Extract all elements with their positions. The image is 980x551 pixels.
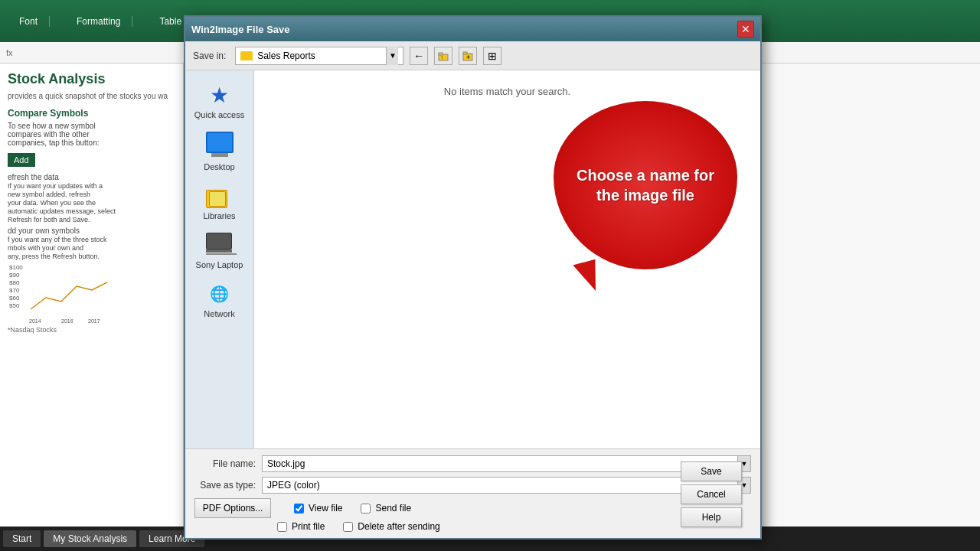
dialog-footer: Save Cancel Help File name: ▼ Save as ty…: [185, 448, 760, 538]
save-type-row: Save as type: ▼: [194, 477, 751, 494]
back-button[interactable]: ←: [410, 47, 428, 65]
dialog-toolbar: Save in: Sales Reports ▼ ← ↑ +: [185, 41, 760, 70]
ribbon-font: Font: [8, 16, 50, 27]
file-name-row: File name: ▼: [194, 455, 751, 472]
svg-text:2016: 2016: [61, 318, 74, 324]
view-file-label: View file: [309, 503, 342, 514]
mini-chart-area: $100 $90 $80 $70 $60 $50 2014 2016 2017: [8, 263, 175, 324]
send-file-label: Send file: [375, 503, 411, 514]
mini-chart-svg: $100 $90 $80 $70 $60 $50 2014 2016 2017: [8, 263, 107, 324]
pdf-options-button[interactable]: PDF Options...: [194, 498, 271, 518]
dialog-buttons: Save Cancel Help: [681, 461, 742, 527]
help-button[interactable]: Help: [681, 507, 742, 527]
network-label: Network: [204, 309, 234, 318]
app-title: Stock Analysis: [8, 71, 175, 87]
delete-after-checkbox[interactable]: [343, 522, 353, 532]
bubble-body: Choose a name for the image file: [554, 101, 737, 269]
no-items-message: No items match your search.: [444, 86, 570, 97]
svg-text:$80: $80: [9, 279, 20, 286]
quick-access-label: Quick access: [194, 110, 244, 119]
send-file-option: Send file: [361, 503, 411, 514]
svg-text:$70: $70: [9, 287, 20, 294]
add-symbol-button[interactable]: Add: [8, 153, 35, 167]
computer-icon: [206, 233, 234, 257]
save-in-dropdown[interactable]: Sales Reports ▼: [235, 47, 403, 65]
file-save-dialog: Win2Image File Save ✕ Save in: Sales Rep…: [184, 15, 762, 540]
symbols-desc: dd your own symbols f you want any of th…: [8, 227, 175, 260]
sidebar-item-desktop[interactable]: Desktop: [190, 127, 250, 176]
save-in-dropdown-arrow[interactable]: ▼: [386, 47, 398, 65]
save-type-label: Save as type:: [194, 480, 256, 491]
bubble-tail: [573, 259, 603, 295]
view-file-checkbox[interactable]: [294, 504, 304, 514]
send-file-checkbox[interactable]: [361, 504, 371, 514]
dialog-main-area: No items match your search. Choose a nam…: [254, 70, 760, 448]
print-file-checkbox[interactable]: [277, 522, 287, 532]
network-icon: 🌐: [206, 282, 234, 306]
folder-icon: [240, 51, 253, 60]
new-folder-icon: +: [462, 51, 473, 61]
sony-laptop-label: Sony Laptop: [196, 260, 243, 269]
file-name-input-wrapper: ▼: [262, 455, 751, 472]
chart-footer-note: *Nasdaq Stocks: [8, 326, 175, 334]
app-subtitle: provides a quick snapshot of the stocks …: [8, 92, 175, 100]
sidebar-item-libraries[interactable]: Libraries: [190, 179, 250, 225]
view-file-option: View file: [294, 503, 342, 514]
speech-bubble: Choose a name for the image file: [554, 101, 745, 292]
file-name-label: File name:: [194, 458, 256, 469]
new-folder-button[interactable]: +: [459, 47, 477, 65]
compare-title: Compare Symbols: [8, 108, 175, 119]
app-sidebar: Stock Analysis provides a quick snapshot…: [0, 64, 184, 551]
delete-after-option: Delete after sending: [343, 521, 439, 532]
desktop-label: Desktop: [204, 162, 234, 171]
dialog-title: Win2Image File Save: [191, 24, 290, 35]
start-button[interactable]: Start: [3, 530, 41, 547]
libraries-label: Libraries: [203, 211, 235, 220]
svg-text:2017: 2017: [88, 318, 100, 324]
formula-icon: fx: [6, 48, 13, 57]
dialog-body: ★ Quick access Desktop Libraries: [185, 70, 760, 448]
dialog-titlebar: Win2Image File Save ✕: [185, 17, 760, 41]
svg-text:+: +: [466, 54, 470, 61]
views-button[interactable]: ⊞: [483, 47, 501, 65]
sidebar-item-quick-access[interactable]: ★ Quick access: [190, 78, 250, 124]
svg-text:$90: $90: [9, 272, 20, 279]
dialog-close-button[interactable]: ✕: [737, 21, 754, 37]
star-icon: ★: [207, 83, 232, 107]
libraries-icon: [206, 184, 234, 208]
print-file-option: Print file: [277, 521, 325, 532]
svg-text:$100: $100: [9, 264, 23, 271]
svg-text:$50: $50: [9, 302, 20, 309]
refresh-desc: efresh the data If you want your updates…: [8, 173, 175, 223]
svg-text:$60: $60: [9, 295, 20, 302]
sidebar-item-network[interactable]: 🌐 Network: [190, 277, 250, 323]
cancel-button[interactable]: Cancel: [681, 484, 742, 504]
footer-options-row: PDF Options... View file Send file: [194, 498, 751, 518]
compare-section: Compare Symbols To see how a new symbolc…: [8, 108, 175, 167]
svg-text:2014: 2014: [29, 318, 41, 324]
footer-form: Save Cancel Help File name: ▼ Save as ty…: [194, 455, 751, 532]
up-folder-icon: ↑: [438, 51, 449, 61]
sidebar-item-sony-laptop[interactable]: Sony Laptop: [190, 228, 250, 274]
save-type-input-wrapper: ▼: [262, 477, 751, 494]
checkboxes-group: View file Send file: [294, 503, 411, 514]
dialog-sidebar: ★ Quick access Desktop Libraries: [185, 70, 254, 448]
file-name-input[interactable]: [262, 455, 737, 472]
up-button[interactable]: ↑: [434, 47, 452, 65]
save-button[interactable]: Save: [681, 461, 742, 481]
save-type-input[interactable]: [262, 477, 737, 494]
print-file-label: Print file: [292, 521, 325, 532]
desktop-icon: [206, 132, 234, 153]
ribbon-formatting: Formatting: [65, 16, 132, 27]
delete-after-label: Delete after sending: [358, 521, 439, 532]
bubble-text: Choose a name for the image file: [569, 165, 722, 205]
save-in-folder-name: Sales Reports: [257, 51, 381, 61]
save-in-label: Save in:: [193, 51, 226, 61]
compare-desc: To see how a new symbolcompares with the…: [8, 122, 175, 147]
my-stock-button[interactable]: My Stock Analysis: [44, 530, 136, 547]
svg-text:↑: ↑: [440, 54, 443, 61]
